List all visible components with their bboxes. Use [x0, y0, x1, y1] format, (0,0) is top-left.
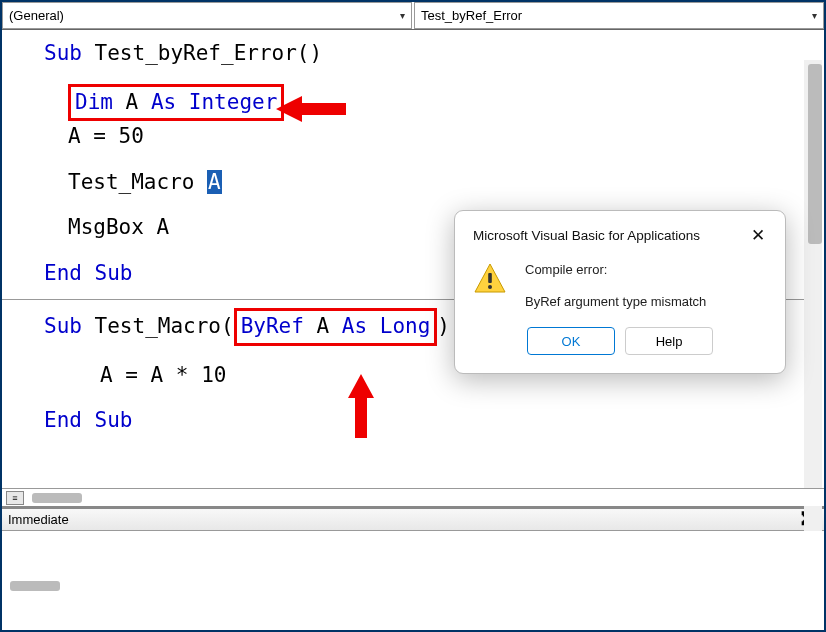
chevron-down-icon: ▾ [400, 10, 405, 21]
dialog-title: Microsoft Visual Basic for Applications [473, 228, 700, 243]
object-dropdown-value: (General) [9, 8, 64, 23]
procedure-dropdown-value: Test_byRef_Error [421, 8, 522, 23]
svg-point-4 [488, 285, 492, 289]
selected-argument: A [207, 170, 222, 194]
code-view-bar: ≡ [2, 488, 824, 506]
dialog-title-bar: Microsoft Visual Basic for Applications … [455, 211, 785, 252]
svg-rect-3 [488, 273, 492, 283]
error-dialog: Microsoft Visual Basic for Applications … [454, 210, 786, 374]
close-icon[interactable]: ✕ [745, 223, 771, 248]
horizontal-scrollbar-thumb[interactable] [10, 581, 60, 591]
highlight-box-dim: Dim A As Integer [68, 84, 284, 122]
single-view-button[interactable]: ≡ [6, 491, 24, 505]
horizontal-scrollbar-thumb[interactable] [32, 493, 82, 503]
immediate-body[interactable] [2, 531, 824, 593]
warning-icon [473, 260, 511, 311]
top-dropdown-bar: (General) ▾ Test_byRef_Error ▾ [2, 2, 824, 30]
highlight-box-byref: ByRef A As Long [234, 308, 438, 346]
immediate-window: Immediate 🗙 [2, 508, 824, 606]
immediate-title: Immediate [8, 512, 69, 527]
help-button[interactable]: Help [625, 327, 713, 355]
svg-marker-1 [348, 374, 374, 438]
red-arrow-up-icon [348, 374, 374, 438]
immediate-title-bar: Immediate 🗙 [2, 509, 824, 531]
ok-button[interactable]: OK [527, 327, 615, 355]
dialog-message: Compile error: ByRef argument type misma… [525, 260, 706, 311]
object-dropdown[interactable]: (General) ▾ [2, 2, 412, 29]
vertical-scrollbar-thumb[interactable] [808, 64, 822, 244]
chevron-down-icon: ▾ [812, 10, 817, 21]
procedure-dropdown[interactable]: Test_byRef_Error ▾ [414, 2, 824, 29]
svg-marker-0 [276, 96, 346, 122]
red-arrow-left-icon [276, 96, 346, 122]
